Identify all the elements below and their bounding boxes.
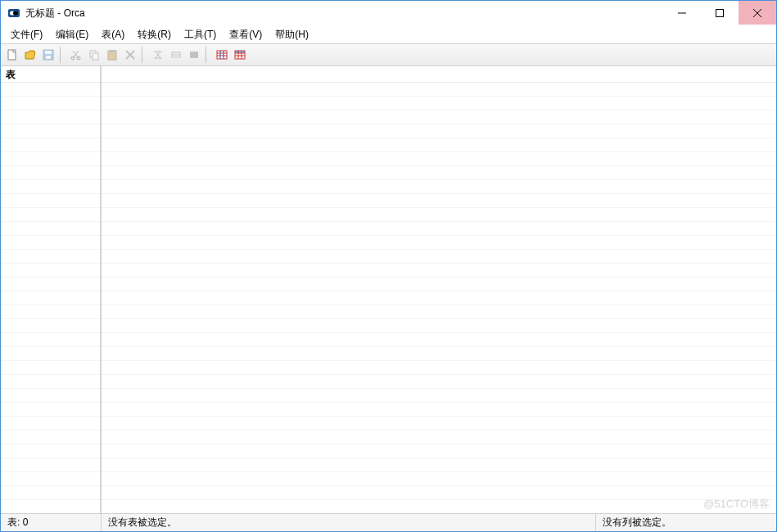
list-item	[1, 319, 100, 333]
list-item	[1, 83, 100, 97]
tool-icon-1[interactable]	[150, 47, 166, 63]
list-item	[1, 124, 100, 138]
app-window: 无标题 - Orca 文件(F) 编辑(E) 表(A) 转换(R) 工具(T) …	[0, 0, 777, 532]
statusbar: 表: 0 没有表被选定。 没有列被选定。	[1, 513, 776, 531]
close-button[interactable]	[739, 1, 776, 25]
status-tables-count: 表: 0	[1, 514, 102, 531]
cut-icon[interactable]	[68, 47, 84, 63]
svg-rect-38	[235, 51, 245, 53]
svg-rect-10	[46, 56, 51, 59]
detail-header	[102, 66, 776, 83]
list-item	[1, 138, 100, 152]
list-item	[1, 472, 100, 486]
tables-panel: 表	[1, 66, 102, 513]
list-item	[102, 194, 776, 208]
list-item	[102, 208, 776, 222]
svg-rect-9	[45, 51, 52, 54]
tool-icon-2[interactable]	[168, 47, 184, 63]
table-icon-1[interactable]	[214, 47, 230, 63]
list-item	[1, 486, 100, 500]
list-item	[102, 124, 776, 138]
list-item	[1, 250, 100, 264]
list-item	[102, 97, 776, 110]
detail-list[interactable]	[102, 83, 776, 513]
detail-panel	[102, 66, 776, 513]
list-item	[102, 319, 776, 333]
svg-rect-16	[93, 53, 98, 60]
list-item	[102, 333, 776, 347]
minimize-button[interactable]	[663, 1, 701, 25]
svg-rect-4	[716, 9, 724, 16]
svg-rect-27	[190, 52, 198, 58]
svg-rect-18	[110, 50, 115, 52]
list-item	[1, 444, 100, 458]
list-item	[102, 83, 776, 97]
menu-transform[interactable]: 转换(R)	[131, 26, 178, 43]
list-item	[1, 291, 100, 305]
save-icon[interactable]	[40, 47, 56, 63]
list-item	[1, 431, 100, 444]
list-item	[1, 417, 100, 431]
list-item	[102, 472, 776, 486]
list-item	[102, 444, 776, 458]
list-item	[102, 347, 776, 361]
list-item	[102, 291, 776, 305]
menu-table[interactable]: 表(A)	[95, 26, 131, 43]
titlebar: 无标题 - Orca	[1, 1, 776, 25]
list-item	[1, 180, 100, 194]
tables-list[interactable]	[1, 83, 100, 513]
new-file-icon[interactable]	[4, 47, 20, 63]
menu-tools[interactable]: 工具(T)	[178, 26, 223, 43]
list-item	[102, 361, 776, 375]
open-file-icon[interactable]	[22, 47, 38, 63]
delete-icon[interactable]	[122, 47, 138, 63]
paste-icon[interactable]	[104, 47, 120, 63]
copy-icon[interactable]	[86, 47, 102, 63]
table-icon-2[interactable]	[232, 47, 248, 63]
svg-point-2	[13, 11, 18, 16]
svg-rect-28	[217, 51, 227, 59]
list-item	[102, 403, 776, 417]
list-item	[1, 166, 100, 180]
list-item	[102, 264, 776, 277]
window-title: 无标题 - Orca	[25, 7, 663, 20]
list-item	[1, 277, 100, 291]
list-item	[102, 152, 776, 166]
list-item	[1, 208, 100, 222]
list-item	[1, 361, 100, 375]
app-icon	[7, 7, 20, 20]
list-item	[102, 417, 776, 431]
list-item	[1, 458, 100, 472]
maximize-button[interactable]	[701, 1, 739, 25]
list-item	[1, 305, 100, 319]
status-no-table: 没有表被选定。	[102, 514, 596, 531]
list-item	[102, 250, 776, 264]
list-item	[102, 431, 776, 444]
tool-icon-3[interactable]	[186, 47, 202, 63]
list-item	[102, 110, 776, 124]
menu-file[interactable]: 文件(F)	[4, 26, 49, 43]
menu-edit[interactable]: 编辑(E)	[49, 26, 95, 43]
status-no-column: 没有列被选定。	[596, 514, 776, 531]
toolbar-separator	[142, 47, 147, 63]
list-item	[1, 333, 100, 347]
tables-header[interactable]: 表	[1, 66, 100, 83]
menu-help[interactable]: 帮助(H)	[269, 26, 315, 43]
list-item	[1, 403, 100, 417]
menubar: 文件(F) 编辑(E) 表(A) 转换(R) 工具(T) 查看(V) 帮助(H)	[1, 25, 776, 43]
content-area: 表	[1, 66, 776, 513]
list-item	[1, 236, 100, 250]
list-item	[1, 194, 100, 208]
list-item	[1, 222, 100, 236]
list-item	[102, 180, 776, 194]
list-item	[102, 138, 776, 152]
list-item	[102, 375, 776, 389]
menu-view[interactable]: 查看(V)	[223, 26, 269, 43]
toolbar	[1, 43, 776, 66]
list-item	[1, 110, 100, 124]
list-item	[102, 277, 776, 291]
toolbar-separator	[60, 47, 65, 63]
list-item	[1, 152, 100, 166]
list-item	[102, 389, 776, 403]
list-item	[102, 222, 776, 236]
